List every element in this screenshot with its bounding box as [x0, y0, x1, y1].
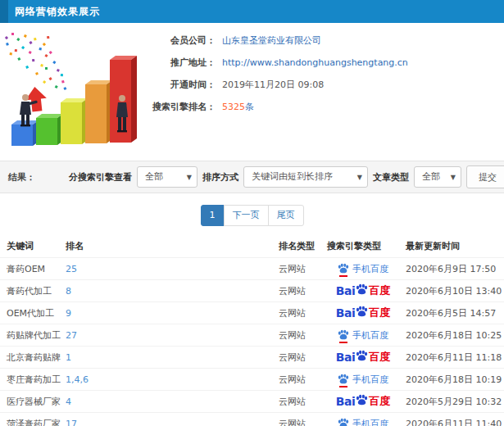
rank-type-cell: 云网站	[279, 285, 325, 297]
keyword-cell: 医疗器械厂家	[0, 396, 66, 408]
next-page-button[interactable]: 下一页	[224, 205, 269, 226]
engine-type-cell: 手机百度	[325, 263, 401, 275]
col-header-rank-type: 排名类型	[279, 240, 325, 252]
info-value[interactable]: http://www.shandonghuangshengtang.cn	[222, 57, 408, 68]
rank-type-cell: 云网站	[279, 263, 325, 275]
mobile-baidu-logo: 手机百度	[325, 263, 401, 275]
info-row: 开通时间：2019年11月20日 09:08	[152, 74, 504, 96]
baidu-paw-icon	[338, 374, 349, 385]
company-info-list: 会员公司：山东皇圣堂药业有限公司推广地址：http://www.shandong…	[152, 23, 504, 157]
rank-link[interactable]: 27	[66, 330, 77, 341]
sort-label: 排序方式	[202, 171, 238, 184]
mobile-baidu-paw-icon	[338, 329, 349, 341]
info-label: 会员公司：	[152, 29, 216, 52]
baidu-logo-text: Bai	[336, 395, 355, 408]
last-page-button[interactable]: 尾页	[268, 205, 304, 226]
info-value: 2019年11月20日 09:08	[222, 79, 324, 90]
info-row: 会员公司：山东皇圣堂药业有限公司	[152, 29, 504, 52]
baidu-paw-icon	[356, 394, 368, 406]
baidu-logo-text: Bai	[336, 284, 355, 297]
rank-link[interactable]: 9	[66, 308, 71, 319]
chevron-down-icon: ▼	[357, 167, 362, 188]
baidu-paw-icon	[338, 263, 349, 274]
info-value[interactable]: 山东皇圣堂药业有限公司	[222, 35, 321, 46]
rank-cell: 27	[66, 330, 279, 341]
rank-cell: 8	[66, 286, 279, 297]
company-info-section: 会员公司：山东皇圣堂药业有限公司推广地址：http://www.shandong…	[0, 23, 504, 157]
baidu-paw-icon	[338, 329, 349, 341]
baidu-logo: Bai百度	[325, 350, 401, 365]
rank-cell: 1	[66, 352, 279, 363]
article-type-value: 全部	[422, 171, 440, 182]
rank-cell: 25	[66, 264, 279, 274]
engine-type-cell: 手机百度	[325, 329, 401, 342]
article-type-select[interactable]: 全部 ▼	[414, 166, 461, 188]
article-type-label: 文章类型	[373, 171, 409, 184]
engine-view-select[interactable]: 全部 ▼	[137, 166, 198, 188]
updated-cell: 2020年6月11日 11:18	[401, 351, 504, 364]
mobile-baidu-paw-icon	[338, 263, 349, 274]
rank-cell: 1,4,6	[66, 374, 279, 385]
engine-type-cell: 手机百度	[325, 374, 401, 386]
info-label: 搜索引擎排名：	[152, 96, 216, 118]
table-header-row: 关键词 排名 排名类型 搜索引擎类型 最新更新时间	[0, 234, 504, 257]
filter-controls: 分搜索引擎查看 全部 ▼ 排序方式 关键词由短到长排序 ▼ 文章类型 全部 ▼ …	[69, 165, 504, 188]
table-body: 膏药OEM25云网站手机百度2020年6月9日 17:50膏药代加工8云网站Ba…	[0, 257, 504, 426]
baidu-logo-cn-text: 百度	[369, 350, 390, 365]
sort-value: 关键词由短到长排序	[252, 171, 333, 182]
rank-type-cell: 云网站	[279, 351, 325, 364]
rank-type-cell: 云网站	[279, 307, 325, 320]
table-row: 药贴牌代加工27云网站手机百度2020年6月18日 10:25	[0, 324, 504, 346]
baidu-logo: Bai百度	[325, 283, 401, 298]
table-row: 枣庄膏药加工1,4,6云网站手机百度2020年6月18日 10:19	[0, 368, 504, 390]
baidu-logo-cn-text: 百度	[369, 394, 390, 409]
keyword-cell: 北京膏药贴牌	[0, 351, 66, 364]
keyword-cell: 膏药代加工	[0, 285, 66, 297]
rank-link[interactable]: 4	[66, 397, 71, 407]
col-header-keyword: 关键词	[0, 240, 66, 252]
info-value[interactable]: 5325条	[222, 102, 254, 112]
updated-cell: 2020年6月18日 10:19	[401, 374, 504, 386]
rank-link[interactable]: 1	[66, 352, 71, 363]
rank-link[interactable]: 17	[66, 419, 77, 426]
results-table: 关键词 排名 排名类型 搜索引擎类型 最新更新时间 膏药OEM25云网站手机百度…	[0, 234, 504, 426]
rank-link[interactable]: 1,4,6	[66, 374, 89, 385]
3d-bars	[11, 56, 137, 146]
mobile-baidu-label: 手机百度	[352, 374, 388, 386]
baidu-logo-cn-text: 百度	[369, 283, 390, 298]
page: 网络营销效果展示	[0, 0, 504, 426]
baidu-paw-icon	[356, 394, 368, 406]
rank-link[interactable]: 25	[66, 264, 77, 274]
baidu-paw-icon	[356, 306, 368, 318]
engine-view-value: 全部	[145, 171, 163, 182]
rank-link[interactable]: 8	[66, 286, 71, 297]
info-row: 推广地址：http://www.shandonghuangshengtang.c…	[152, 52, 504, 74]
engine-type-cell: Bai百度	[325, 283, 401, 298]
sort-select[interactable]: 关键词由短到长排序 ▼	[243, 166, 368, 188]
rank-type-cell: 云网站	[279, 374, 325, 386]
pagination: 1 下一页 尾页	[0, 205, 504, 226]
updated-cell: 2020年6月5日 14:57	[401, 307, 504, 320]
page-1-button[interactable]: 1	[201, 205, 225, 226]
bar-chart-illustration	[0, 25, 152, 154]
baidu-paw-icon	[338, 418, 349, 426]
result-label: 结果：	[8, 171, 35, 184]
baidu-logo-cn-text: 百度	[369, 306, 390, 320]
rank-type-cell: 云网站	[279, 396, 325, 408]
keyword-cell: 膏药OEM	[0, 263, 66, 275]
baidu-paw-icon	[356, 283, 368, 296]
info-label: 推广地址：	[152, 52, 216, 74]
filter-bar: 结果： 分搜索引擎查看 全部 ▼ 排序方式 关键词由短到长排序 ▼ 文章类型 全…	[0, 161, 504, 193]
rank-type-cell: 云网站	[279, 418, 325, 426]
keyword-cell: 药贴牌代加工	[0, 329, 66, 342]
updated-cell: 2020年6月18日 10:25	[401, 329, 504, 342]
mobile-baidu-label: 手机百度	[352, 329, 388, 342]
engine-type-cell: Bai百度	[325, 306, 401, 320]
updated-cell: 2020年6月9日 17:50	[401, 263, 504, 275]
submit-button[interactable]: 提交	[466, 165, 504, 188]
baidu-logo: Bai百度	[325, 394, 401, 409]
rank-cell: 9	[66, 308, 279, 319]
baidu-paw-icon	[356, 283, 368, 296]
col-header-updated: 最新更新时间	[401, 240, 504, 252]
mobile-baidu-label: 手机百度	[352, 263, 388, 275]
